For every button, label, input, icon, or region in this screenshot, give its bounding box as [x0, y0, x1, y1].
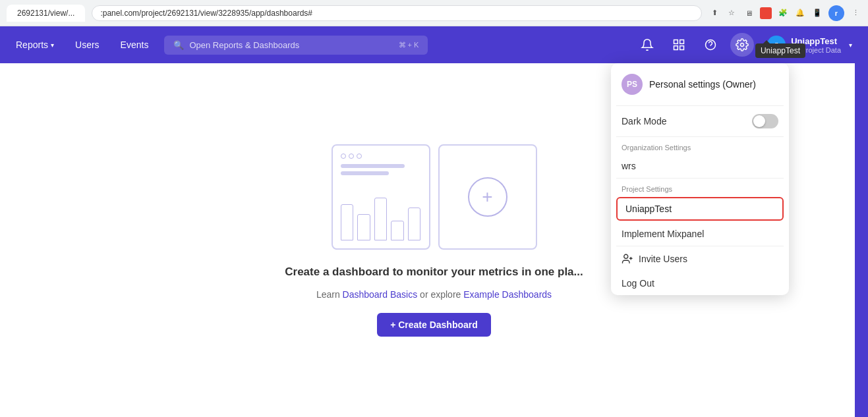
search-placeholder: Open Reports & Dashboards — [189, 40, 299, 50]
address-bar[interactable]: :panel.com/project/2692131/view/3228935/… — [92, 5, 702, 21]
invite-users-label: Invite Users — [639, 254, 687, 264]
example-dashboards-link[interactable]: Example Dashboards — [463, 289, 552, 300]
grid-icon — [672, 38, 685, 51]
dashboard-illustration: + — [332, 144, 537, 250]
search-icon: 🔍 — [173, 40, 184, 50]
dashboard-card-1 — [332, 144, 430, 250]
more-menu-icon[interactable]: ⋮ — [850, 7, 861, 19]
svg-rect-1 — [680, 40, 684, 44]
bar-5 — [408, 208, 421, 240]
project-other-item[interactable]: Implement Mixpanel — [611, 222, 789, 246]
dashboard-subtitle: Learn Dashboard Basics or explore Exampl… — [316, 289, 552, 300]
side-hint — [855, 63, 868, 417]
card-lines — [341, 164, 421, 180]
user-chevron-icon: ▾ — [849, 42, 852, 49]
logout-item[interactable]: Log Out — [611, 271, 789, 295]
card-bars — [341, 188, 421, 240]
toggle-knob — [753, 115, 765, 127]
user-sub: All Project Data — [791, 46, 841, 54]
search-bar[interactable]: 🔍 Open Reports & Dashboards ⌘ + K — [164, 36, 428, 55]
help-icon-btn[interactable] — [699, 33, 722, 57]
settings-dropdown: PS Personal settings (Owner) Dark Mode O… — [611, 63, 789, 295]
user-avatar: r — [767, 36, 786, 54]
ext-icon-3[interactable]: 📱 — [811, 7, 823, 19]
bookmark-icon[interactable]: ☆ — [726, 7, 738, 19]
search-shortcut: ⌘ + K — [399, 41, 419, 49]
browser-tab[interactable]: 2692131/view/... — [7, 5, 85, 22]
share-icon[interactable]: ⬆ — [709, 7, 720, 19]
bar-1 — [341, 204, 354, 240]
personal-avatar: PS — [622, 74, 643, 95]
bar-4 — [391, 221, 404, 240]
url-text: :panel.com/project/2692131/view/3228935/… — [100, 9, 312, 18]
plus-circle-icon: + — [468, 177, 507, 217]
project-settings-header: Project Settings — [611, 179, 789, 196]
svg-rect-0 — [674, 40, 678, 44]
project-selected-label: UniappTest — [625, 204, 672, 214]
dark-mode-label: Dark Mode — [622, 116, 666, 126]
users-nav[interactable]: Users — [70, 36, 105, 54]
bar-3 — [374, 198, 388, 240]
dot-2 — [349, 153, 354, 159]
app-header: Reports ▾ Users Events 🔍 Open Reports & … — [0, 26, 868, 63]
events-nav[interactable]: Events — [115, 36, 154, 54]
question-icon — [704, 38, 717, 51]
dark-mode-toggle[interactable] — [752, 114, 778, 128]
reports-label: Reports — [16, 40, 48, 50]
personal-initials: PS — [627, 80, 637, 89]
line-1 — [341, 164, 405, 168]
browser-bar: 2692131/view/... :panel.com/project/2692… — [0, 0, 868, 26]
dashboard-basics-link[interactable]: Dashboard Basics — [343, 289, 418, 300]
browser-icons: ⬆ ☆ 🖥 🧩 🔔 📱 r ⋮ — [709, 5, 861, 21]
dot-3 — [357, 153, 362, 159]
invite-users-item[interactable]: Invite Users — [611, 246, 789, 271]
svg-point-5 — [741, 43, 744, 47]
subtitle-pre: Learn — [316, 289, 343, 300]
ext-icon-1[interactable]: 🧩 — [777, 7, 789, 19]
line-2 — [341, 171, 389, 175]
user-name: UniappTest — [791, 36, 841, 46]
tab-label: 2692131/view/... — [17, 9, 74, 18]
personal-settings-label: Personal settings (Owner) — [649, 79, 756, 90]
grid-icon-btn[interactable] — [667, 33, 691, 57]
gear-icon — [736, 38, 749, 51]
bell-icon — [641, 38, 654, 51]
subtitle-mid: or explore — [417, 289, 463, 300]
ext-icon-red — [760, 7, 772, 19]
browser-account-avatar[interactable]: r — [828, 5, 844, 21]
settings-icon-btn[interactable] — [730, 33, 754, 57]
screenshot-icon[interactable]: 🖥 — [743, 7, 755, 19]
header-right: r UniappTest All Project Data ▾ — [635, 33, 857, 57]
user-section[interactable]: r UniappTest All Project Data ▾ — [762, 33, 857, 57]
notifications-icon-btn[interactable] — [635, 33, 659, 57]
users-label: Users — [75, 40, 100, 50]
project-selected-item[interactable]: UniappTest — [616, 197, 784, 221]
svg-rect-2 — [674, 46, 678, 50]
personal-settings-item[interactable]: PS Personal settings (Owner) — [611, 63, 789, 105]
user-info: UniappTest All Project Data — [791, 36, 841, 54]
svg-point-6 — [624, 254, 628, 258]
invite-users-icon — [622, 253, 633, 265]
org-name-item[interactable]: wrs — [611, 154, 789, 178]
dashboard-card-plus: + — [438, 144, 537, 250]
dashboard-title: Create a dashboard to monitor your metri… — [285, 265, 583, 279]
dark-mode-row[interactable]: Dark Mode — [611, 106, 789, 136]
org-settings-header: Organization Settings — [611, 137, 789, 154]
svg-rect-3 — [680, 46, 684, 50]
card-dots — [341, 153, 421, 159]
bar-2 — [357, 214, 370, 240]
dot-1 — [341, 153, 346, 159]
create-dashboard-button[interactable]: + Create Dashboard — [377, 313, 491, 337]
reports-chevron-icon: ▾ — [51, 42, 54, 49]
ext-icon-2[interactable]: 🔔 — [794, 7, 806, 19]
events-label: Events — [121, 40, 149, 50]
reports-nav[interactable]: Reports ▾ — [11, 36, 59, 54]
